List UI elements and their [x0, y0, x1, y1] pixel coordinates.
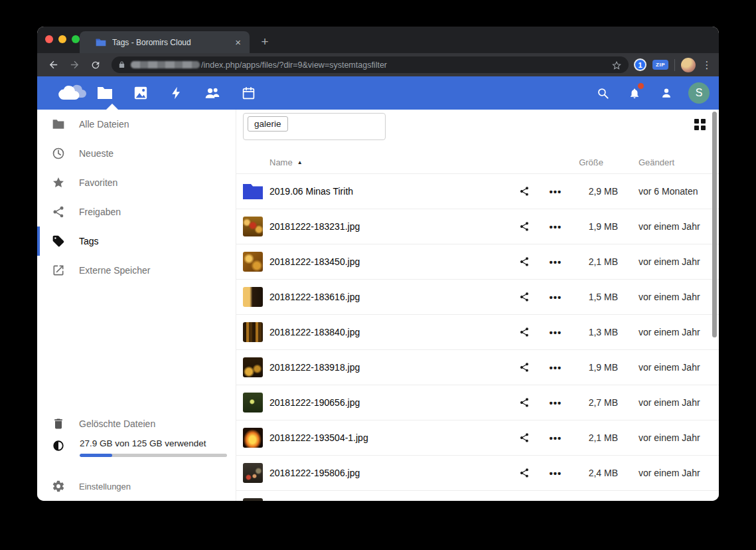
more-actions-icon[interactable]: •••	[548, 359, 564, 375]
browser-tab[interactable]: Tags - Boromirs Cloud ×	[80, 31, 250, 53]
url-bar[interactable]: /index.php/apps/files/?dir=9&view=system…	[112, 56, 629, 73]
calendar-app-icon[interactable]	[238, 82, 259, 104]
table-row[interactable]: 20181222-183231.jpg ••• 1,9 MB vor einem…	[236, 209, 719, 244]
share-icon[interactable]	[516, 395, 532, 411]
file-name[interactable]: 20181222-183840.jpg	[269, 327, 516, 337]
file-thumbnail	[243, 498, 263, 501]
sidebar-item-deleted-files[interactable]: Gelöschte Dateien	[37, 409, 236, 438]
file-name[interactable]: 20181222-195806.jpg	[269, 468, 516, 478]
files-app-icon[interactable]	[94, 82, 115, 104]
forward-button[interactable]	[66, 56, 83, 74]
table-row[interactable]: 20181222-183616.jpg ••• 1,5 MB vor einem…	[236, 280, 719, 315]
contacts-app-icon[interactable]	[202, 82, 223, 104]
column-header-modified[interactable]: Geändert	[639, 157, 674, 167]
minimize-window-button[interactable]	[58, 35, 66, 43]
notification-badge	[638, 83, 644, 89]
browser-window: Tags - Boromirs Cloud × + /index.php/app…	[37, 27, 719, 501]
table-row[interactable]: 20181222-190656.jpg ••• 2,7 MB vor einem…	[236, 385, 719, 420]
cloud-logo-icon[interactable]	[54, 82, 89, 104]
gear-icon	[52, 480, 65, 493]
close-window-button[interactable]	[45, 35, 53, 43]
activity-app-icon[interactable]	[166, 82, 187, 104]
table-row[interactable]: 20181222-183450.jpg ••• 2,1 MB vor einem…	[236, 244, 719, 280]
new-tab-button[interactable]: +	[256, 33, 273, 50]
share-icon[interactable]	[516, 430, 532, 446]
sidebar-item-favorites[interactable]: Favoriten	[37, 168, 236, 197]
photos-app-icon[interactable]	[130, 82, 151, 104]
search-icon[interactable]	[593, 82, 613, 104]
browser-menu-icon[interactable]: ⋮	[702, 62, 712, 68]
tab-close-icon[interactable]: ×	[233, 37, 243, 47]
tag-filter-input[interactable]: galerie	[243, 113, 386, 140]
bookmark-star-icon[interactable]	[611, 60, 622, 70]
grid-view-icon[interactable]	[694, 119, 706, 130]
share-icon[interactable]	[516, 500, 532, 501]
column-header-name[interactable]: Name ▲	[269, 157, 303, 167]
sidebar-item-external-storage[interactable]: Externe Speicher	[37, 256, 236, 285]
share-icon[interactable]	[516, 324, 532, 340]
file-modified: vor einem Jahr	[639, 221, 719, 232]
more-actions-icon[interactable]: •••	[548, 500, 564, 501]
file-modified: vor einem Jahr	[639, 256, 719, 267]
more-actions-icon[interactable]: •••	[548, 430, 564, 446]
share-icon[interactable]	[516, 359, 532, 375]
share-icon[interactable]	[516, 219, 532, 234]
share-icon[interactable]	[516, 465, 532, 481]
more-actions-icon[interactable]: •••	[548, 183, 564, 199]
file-name[interactable]: 20181222-183616.jpg	[269, 292, 516, 302]
desktop-background: Tags - Boromirs Cloud × + /index.php/app…	[0, 0, 756, 550]
more-actions-icon[interactable]: •••	[548, 254, 564, 270]
more-actions-icon[interactable]: •••	[548, 395, 564, 411]
column-header-size[interactable]: Größe	[550, 157, 603, 167]
onepassword-extension-icon[interactable]: 1	[634, 58, 646, 71]
share-icon[interactable]	[516, 183, 532, 199]
table-row-partial[interactable]: •••	[236, 491, 719, 501]
sidebar-item-label: Tags	[79, 236, 99, 246]
file-thumbnail	[243, 217, 263, 236]
storage-quota: 27.9 GB von 125 GB verwendet	[37, 438, 236, 472]
redacted-hostname	[131, 61, 200, 68]
file-size: 2,9 MB	[564, 186, 618, 197]
file-name[interactable]: 20181222-193504-1.jpg	[269, 432, 516, 443]
sidebar-item-label: Externe Speicher	[79, 265, 150, 276]
more-actions-icon[interactable]: •••	[548, 219, 564, 234]
share-icon[interactable]	[516, 289, 532, 305]
sidebar-item-tags[interactable]: Tags	[37, 227, 236, 256]
table-row[interactable]: 20181222-193504-1.jpg ••• 2,1 MB vor ein…	[236, 420, 719, 456]
more-actions-icon[interactable]: •••	[548, 289, 564, 305]
table-row[interactable]: 20181222-183918.jpg ••• 1,9 MB vor einem…	[236, 350, 719, 385]
quota-pie-icon	[52, 440, 64, 452]
back-button[interactable]	[44, 56, 62, 74]
file-name[interactable]: 20181222-183231.jpg	[269, 221, 516, 232]
sidebar-item-recent[interactable]: Neueste	[37, 139, 236, 168]
browser-toolbar: /index.php/apps/files/?dir=9&view=system…	[37, 53, 719, 76]
user-avatar[interactable]: S	[688, 82, 710, 104]
file-name[interactable]: 20181222-190656.jpg	[269, 397, 516, 408]
tag-chip[interactable]: galerie	[248, 116, 288, 132]
more-actions-icon[interactable]: •••	[548, 465, 564, 481]
sidebar-item-shares[interactable]: Freigaben	[37, 197, 236, 227]
zoom-window-button[interactable]	[72, 35, 80, 43]
contacts-menu-icon[interactable]	[656, 82, 676, 104]
file-size: 1,3 MB	[564, 327, 618, 337]
sidebar-item-settings[interactable]: Einstellungen	[37, 472, 236, 501]
table-row[interactable]: 20181222-195806.jpg ••• 2,4 MB vor einem…	[236, 456, 719, 491]
tab-favicon-folder-icon	[96, 38, 106, 47]
zip-extension-icon[interactable]: ZIP	[652, 60, 668, 70]
more-actions-icon[interactable]: •••	[548, 324, 564, 340]
reload-button[interactable]	[87, 56, 104, 74]
share-icon[interactable]	[516, 254, 532, 270]
traffic-lights	[45, 35, 80, 43]
table-row[interactable]: 2019.06 Minas Tirith ••• 2,9 MB vor 6 Mo…	[236, 174, 719, 209]
file-name[interactable]: 20181222-183450.jpg	[269, 256, 516, 267]
lock-icon	[118, 60, 125, 69]
scrollbar-thumb[interactable]	[712, 112, 717, 337]
notifications-bell-icon[interactable]	[625, 82, 644, 104]
browser-profile-avatar[interactable]	[681, 58, 696, 72]
table-row[interactable]: 20181222-183840.jpg ••• 1,3 MB vor einem…	[236, 315, 719, 350]
file-thumbnail	[243, 287, 263, 307]
sidebar-item-all-files[interactable]: Alle Dateien	[37, 110, 236, 139]
folder-icon	[52, 118, 65, 131]
file-name[interactable]: 20181222-183918.jpg	[269, 362, 516, 373]
file-name[interactable]: 2019.06 Minas Tirith	[269, 186, 516, 197]
